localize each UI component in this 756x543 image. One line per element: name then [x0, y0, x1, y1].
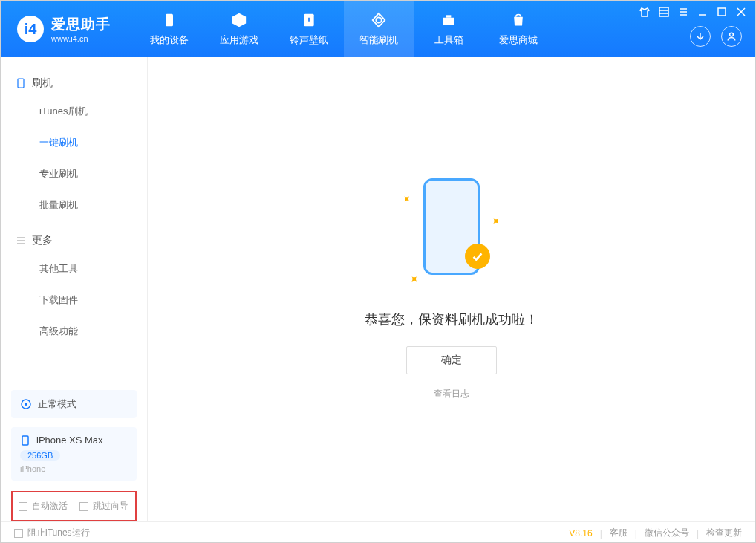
refresh-icon: [370, 11, 388, 29]
list-icon[interactable]: [678, 7, 688, 17]
music-icon: [300, 11, 318, 29]
title-bar: i4 爱思助手 www.i4.cn 我的设备 应用游戏 铃声壁纸 智能刷机 工具…: [1, 1, 755, 57]
nav-label: 智能刷机: [359, 33, 398, 47]
nav-tab-flash[interactable]: 智能刷机: [344, 1, 414, 57]
device-mode-label: 正常模式: [38, 397, 76, 411]
toolbox-icon: [440, 11, 457, 29]
nav-tab-device[interactable]: 我的设备: [134, 1, 204, 57]
svg-rect-12: [718, 8, 726, 16]
status-bar: 阻止iTunes运行 V8.16 | 客服 | 微信公众号 | 检查更新: [1, 521, 755, 543]
nav-label: 应用游戏: [220, 33, 258, 47]
nav-tab-store[interactable]: 爱思商城: [483, 1, 553, 57]
success-message: 恭喜您，保资料刷机成功啦！: [365, 310, 538, 328]
sidebar-item-download-firmware[interactable]: 下载固件: [1, 284, 147, 316]
ok-button[interactable]: 确定: [406, 346, 497, 374]
status-icon: [20, 398, 32, 410]
menu-icon[interactable]: [659, 7, 669, 17]
device-icon: [16, 78, 26, 88]
phone-icon: [160, 11, 178, 29]
success-illustration: ✦ ✦ ✦: [407, 178, 496, 290]
phone-icon: [20, 435, 30, 446]
sparkle-icon: ✦: [400, 192, 414, 207]
separator: |: [635, 528, 637, 539]
download-button[interactable]: [690, 26, 711, 47]
separator: |: [697, 528, 699, 539]
close-button[interactable]: [736, 7, 746, 17]
sidebar-item-other-tools[interactable]: 其他工具: [1, 253, 147, 284]
svg-rect-4: [446, 15, 452, 17]
device-info-card[interactable]: iPhone XS Max 256GB iPhone: [11, 427, 137, 481]
nav-label: 工具箱: [434, 33, 463, 47]
sidebar-section-more: 更多: [1, 228, 147, 253]
header-actions: [690, 26, 742, 47]
device-type-label: iPhone: [20, 464, 128, 473]
device-mode-card[interactable]: 正常模式: [11, 390, 137, 418]
sidebar-item-batch-flash[interactable]: 批量刷机: [1, 189, 147, 221]
view-log-link[interactable]: 查看日志: [434, 388, 469, 400]
nav-tab-toolbox[interactable]: 工具箱: [414, 1, 483, 57]
checkbox-label: 阻止iTunes运行: [27, 527, 90, 539]
svg-point-22: [25, 403, 27, 406]
sidebar-item-oneclick-flash[interactable]: 一键刷机: [1, 127, 147, 158]
maximize-button[interactable]: [717, 7, 727, 17]
checkbox-icon: [79, 502, 88, 511]
success-check-badge: [465, 244, 490, 269]
svg-rect-0: [166, 14, 173, 27]
version-label: V8.16: [569, 528, 592, 539]
device-name: iPhone XS Max: [36, 435, 103, 446]
svg-rect-23: [22, 436, 28, 445]
svg-rect-17: [18, 79, 24, 88]
brand-site: www.i4.cn: [51, 34, 111, 43]
checkbox-skip-guide[interactable]: 跳过向导: [79, 500, 128, 513]
nav-tabs: 我的设备 应用游戏 铃声壁纸 智能刷机 工具箱 爱思商城: [134, 1, 553, 57]
separator: |: [600, 528, 602, 539]
svg-point-2: [376, 17, 381, 22]
checkbox-icon: [14, 529, 23, 538]
sparkle-icon: ✦: [407, 272, 422, 287]
list-icon: [16, 235, 26, 246]
nav-label: 我的设备: [150, 33, 189, 47]
nav-tab-ringtones[interactable]: 铃声壁纸: [274, 1, 344, 57]
checkbox-label: 跳过向导: [93, 500, 128, 513]
options-highlighted-row: 自动激活 跳过向导: [11, 491, 137, 521]
svg-point-16: [730, 33, 734, 36]
brand-name: 爱思助手: [51, 15, 111, 34]
nav-label: 爱思商城: [499, 33, 538, 47]
footer-link-update[interactable]: 检查更新: [706, 527, 742, 539]
checkbox-icon: [19, 502, 27, 511]
svg-rect-3: [443, 18, 454, 25]
svg-rect-5: [659, 7, 668, 16]
checkbox-auto-activate[interactable]: 自动激活: [19, 500, 68, 513]
window-controls: [639, 7, 746, 17]
bag-icon: [509, 11, 527, 29]
footer-link-support[interactable]: 客服: [610, 527, 628, 539]
user-button[interactable]: [721, 26, 742, 47]
main-content: ✦ ✦ ✦ 恭喜您，保资料刷机成功啦！ 确定 查看日志: [148, 57, 755, 521]
checkbox-label: 自动激活: [32, 500, 68, 513]
sidebar-item-pro-flash[interactable]: 专业刷机: [1, 158, 147, 189]
sidebar: 刷机 iTunes刷机 一键刷机 专业刷机 批量刷机 更多 其他工具 下载固件 …: [1, 57, 148, 521]
sidebar-item-advanced[interactable]: 高级功能: [1, 316, 147, 347]
nav-label: 铃声壁纸: [290, 33, 328, 47]
sidebar-item-itunes-flash[interactable]: iTunes刷机: [1, 96, 147, 127]
sparkle-icon: ✦: [489, 214, 504, 229]
app-logo: i4 爱思助手 www.i4.cn: [1, 1, 134, 57]
nav-tab-apps[interactable]: 应用游戏: [204, 1, 274, 57]
footer-link-wechat[interactable]: 微信公众号: [645, 527, 689, 539]
minimize-button[interactable]: [697, 7, 708, 17]
sidebar-section-flash: 刷机: [1, 71, 147, 96]
checkbox-block-itunes[interactable]: 阻止iTunes运行: [14, 527, 90, 539]
cube-icon: [230, 11, 248, 29]
section-title: 刷机: [32, 77, 53, 90]
section-title: 更多: [32, 234, 53, 247]
device-storage-badge: 256GB: [20, 450, 60, 461]
shirt-icon[interactable]: [639, 7, 650, 17]
logo-icon: i4: [17, 16, 44, 42]
